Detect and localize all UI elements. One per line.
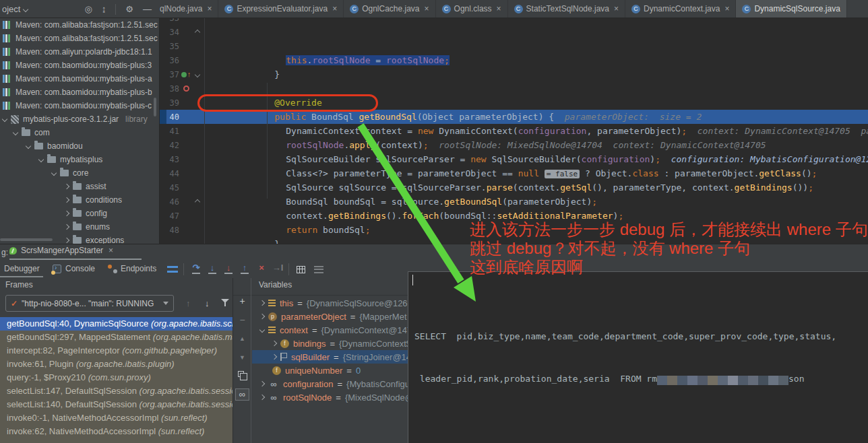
duplicate-icon[interactable]	[238, 371, 244, 377]
gutter-line[interactable]: 39 ↑	[160, 96, 204, 110]
gutter-line[interactable]: 41 ↑	[160, 124, 204, 138]
gutter-line[interactable]: 34 ↑	[160, 25, 204, 39]
tree-chevron-icon[interactable]	[64, 184, 69, 189]
code-line[interactable]: public BoundSql getBoundSql(Object param…	[205, 67, 868, 81]
stack-frame-row[interactable]: invoke:61, Plugin (org.apache.ibatis.plu…	[0, 357, 232, 371]
editor-tab[interactable]: C DynamicContext.java ×	[625, 0, 736, 18]
project-tree-item[interactable]: Maven: com.alibaba:fastjson:1.2.51.sec	[0, 18, 159, 32]
editor-tab[interactable]: C StaticTextSqlNode.java ×	[508, 0, 625, 18]
editor-tab[interactable]: C ExpressionEvaluator.java ×	[218, 0, 344, 18]
project-tree-item[interactable]: Maven: com.baomidou:mybatis-plus-a	[0, 72, 159, 86]
tree-chevron-icon[interactable]	[26, 143, 31, 149]
editor-tab[interactable]: C Ognl.class ×	[436, 0, 508, 18]
gutter-line[interactable]: 43 ↑	[160, 152, 204, 166]
tree-chevron-icon[interactable]	[259, 395, 265, 400]
project-tree-item[interactable]: config	[0, 207, 159, 220]
tree-chevron-icon[interactable]	[259, 314, 265, 319]
project-tree-item[interactable]: assist	[0, 180, 159, 193]
tab-close-icon[interactable]: ×	[425, 4, 429, 13]
tree-chevron-icon[interactable]	[64, 238, 69, 243]
gutter-line[interactable]: 38 ↑	[160, 81, 204, 96]
tab-close-icon[interactable]: ×	[207, 4, 212, 13]
code-line[interactable]	[205, 39, 868, 53]
gear-icon[interactable]: ⚙	[125, 5, 133, 13]
tree-chevron-icon[interactable]	[259, 300, 265, 306]
locate-icon[interactable]: ◎	[84, 5, 92, 13]
move-down-icon[interactable]: ▼	[237, 352, 248, 363]
tab-close-icon[interactable]: ×	[614, 4, 619, 13]
project-horizontal-scrollbar[interactable]	[0, 238, 53, 241]
tree-chevron-icon[interactable]	[272, 341, 277, 346]
gutter-line[interactable]: 40 ↑	[160, 110, 204, 124]
project-tree-item[interactable]: enums	[0, 220, 159, 234]
step-over-icon[interactable]: ↷	[190, 263, 202, 275]
breakpoint-icon[interactable]	[183, 86, 189, 92]
gutter-line[interactable]: 45 ↑	[160, 180, 204, 195]
editor-tab[interactable]: qlNode.java ×	[154, 0, 218, 18]
stack-frame-row[interactable]: invoke0:-1, NativeMethodAccessorImpl (su…	[0, 411, 232, 425]
move-up-icon[interactable]: ▲	[237, 333, 248, 344]
thread-selector[interactable]: ✓ "http-nio-8080-e... "main": RUNNING	[5, 295, 174, 312]
stack-frame-row[interactable]: query:-1, $Proxy210 (com.sun.proxy)	[0, 371, 232, 384]
tree-chevron-icon[interactable]	[272, 354, 277, 360]
tree-chevron-icon[interactable]	[259, 327, 265, 333]
tab-close-icon[interactable]: ×	[332, 4, 337, 13]
code-line[interactable]: DynamicContext context = new DynamicCont…	[205, 81, 868, 96]
project-tree-item[interactable]: Maven: com.baomidou:mybatis-plus-c	[0, 99, 159, 112]
tree-chevron-icon[interactable]	[51, 170, 57, 176]
remove-watch-icon[interactable]: −	[237, 314, 248, 325]
run-to-cursor-icon[interactable]: →I	[272, 263, 284, 275]
project-tree-item[interactable]: conditions	[0, 193, 159, 207]
filter-frames-icon[interactable]	[221, 299, 229, 307]
tab-endpoints[interactable]: Endpoints	[121, 264, 156, 273]
add-watch-icon[interactable]: +	[237, 296, 248, 306]
gutter-line[interactable]: 48 ↑	[160, 223, 204, 237]
sql-value-popup[interactable]: SELECT pid,biz_type,name,team_code,depar…	[408, 271, 868, 443]
run-configuration-tab[interactable]: ScrsMangerAppStarter ×	[9, 246, 113, 255]
stack-frame-row[interactable]: selectList:140, DefaultSqlSession (org.a…	[0, 398, 232, 411]
tree-chevron-icon[interactable]	[64, 224, 69, 230]
show-watches-icon[interactable]: ∞	[235, 388, 249, 401]
restore-layout-icon[interactable]	[167, 266, 178, 273]
tab-close-icon[interactable]: ×	[724, 4, 729, 13]
project-tree-item[interactable]: Maven: com.baomidou:mybatis-plus-b	[0, 86, 159, 99]
project-tree-item[interactable]: Maven: com.aliyun:polardb-jdbc18:1.1	[0, 45, 159, 59]
step-out-icon[interactable]: ↑	[239, 263, 251, 275]
gutter-line[interactable]: 33 ↑	[160, 18, 204, 25]
tree-chevron-icon[interactable]	[64, 197, 69, 203]
gutter-line[interactable]: 37 ↑	[160, 67, 204, 81]
run-tab-close-icon[interactable]: ×	[108, 246, 113, 255]
project-tree-item[interactable]: mybatisplus	[0, 153, 159, 166]
stack-frame-row[interactable]: getBoundSql:297, MappedStatement (org.ap…	[0, 331, 232, 344]
collapse-all-icon[interactable]: ↨	[102, 5, 106, 13]
project-tree-item[interactable]: baomidou	[0, 139, 159, 153]
project-tree-item[interactable]: Maven: com.alibaba:fastjson:1.2.51.sec	[0, 32, 159, 45]
project-tree-item[interactable]: com	[0, 126, 159, 139]
step-into-icon[interactable]: ↓	[206, 263, 218, 275]
gutter-line[interactable]: 42 ↑	[160, 138, 204, 152]
editor-tab[interactable]: C OgnlCache.java ×	[344, 0, 435, 18]
tree-chevron-icon[interactable]	[13, 130, 18, 135]
layout-settings-icon[interactable]	[314, 266, 323, 273]
editor-code-area[interactable]: this.rootSqlNode = rootSqlNode; } @Overr…	[204, 18, 868, 244]
tree-chevron-icon[interactable]	[259, 381, 265, 386]
project-tree-item[interactable]: mybatis-plus-core-3.1.2.jar library	[0, 112, 159, 126]
tree-chevron-icon[interactable]	[38, 157, 44, 162]
fold-close-icon[interactable]	[195, 199, 200, 204]
project-tree-item[interactable]: core	[0, 166, 159, 180]
evaluate-grid-icon[interactable]	[297, 266, 305, 273]
tree-chevron-icon[interactable]	[2, 116, 7, 122]
stack-frame-row[interactable]: invoke:62, NativeMethodAccessorImpl (sun…	[0, 425, 232, 438]
code-line[interactable]: }	[205, 25, 868, 39]
fold-close-icon[interactable]	[195, 29, 200, 34]
gutter-line[interactable]: 47 ↑	[160, 209, 204, 223]
prev-frame-icon[interactable]: ↑	[186, 298, 191, 308]
stack-frame-row[interactable]: selectList:147, DefaultSqlSession (org.a…	[0, 384, 232, 398]
hide-panel-icon[interactable]: —	[143, 5, 152, 13]
project-vertical-scrollbar[interactable]	[154, 98, 156, 116]
tree-chevron-icon[interactable]	[64, 211, 69, 216]
tab-debugger[interactable]: Debugger	[4, 264, 40, 273]
tab-console[interactable]: Console	[65, 264, 95, 273]
gutter-line[interactable]: 36 ↑	[160, 53, 204, 67]
tab-close-icon[interactable]: ×	[497, 4, 501, 13]
